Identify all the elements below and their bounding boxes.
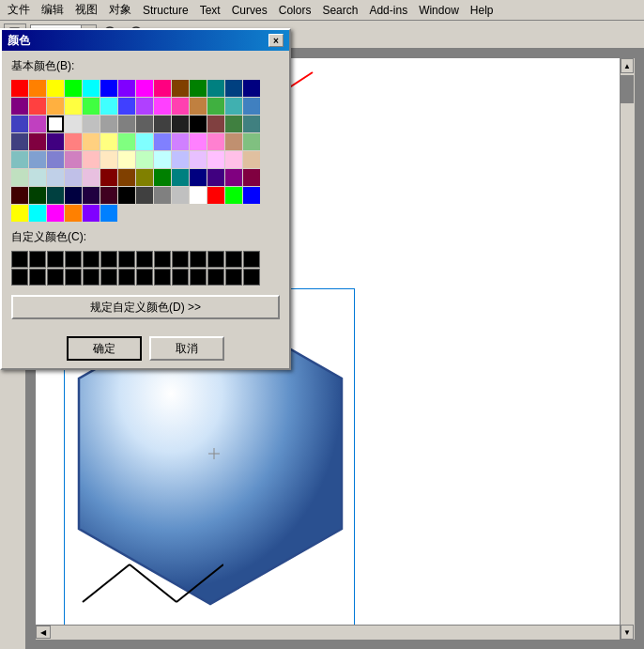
color-cell-75[interactable] <box>100 169 117 186</box>
color-cell-36[interactable] <box>154 116 171 132</box>
custom-color-cell-10[interactable] <box>190 251 207 268</box>
color-cell-76[interactable] <box>118 169 135 186</box>
color-cell-20[interactable] <box>118 98 135 115</box>
color-cell-38[interactable] <box>190 116 207 132</box>
color-cell-91[interactable] <box>136 187 153 204</box>
color-cell-31[interactable] <box>65 116 82 132</box>
custom-color-cell-2[interactable] <box>47 251 64 268</box>
custom-color-cell-18[interactable] <box>83 269 100 286</box>
color-cell-94[interactable] <box>190 187 207 204</box>
custom-color-cell-27[interactable] <box>243 269 260 286</box>
color-cell-6[interactable] <box>118 80 135 97</box>
color-cell-68[interactable] <box>225 151 242 168</box>
color-cell-21[interactable] <box>136 98 153 115</box>
color-cell-72[interactable] <box>47 169 64 186</box>
menu-window[interactable]: Window <box>413 2 465 19</box>
menu-addins[interactable]: Add-ins <box>363 2 413 19</box>
color-cell-7[interactable] <box>136 80 153 97</box>
color-cell-12[interactable] <box>225 80 242 97</box>
color-cell-103[interactable] <box>100 205 117 222</box>
color-cell-5[interactable] <box>100 80 117 97</box>
color-cell-24[interactable] <box>190 98 207 115</box>
scroll-thumb[interactable] <box>621 75 634 103</box>
color-cell-42[interactable] <box>11 133 28 150</box>
color-cell-30[interactable] <box>47 116 64 132</box>
custom-color-cell-19[interactable] <box>100 269 117 286</box>
color-cell-43[interactable] <box>29 133 46 150</box>
color-cell-53[interactable] <box>207 133 224 150</box>
color-cell-35[interactable] <box>136 116 153 132</box>
menu-file[interactable]: 文件 <box>2 0 36 20</box>
color-cell-67[interactable] <box>207 151 224 168</box>
custom-color-cell-16[interactable] <box>47 269 64 286</box>
scrollbar-horizontal[interactable]: ◀ <box>36 625 620 640</box>
color-cell-1[interactable] <box>29 80 46 97</box>
color-cell-60[interactable] <box>83 151 100 168</box>
custom-color-cell-20[interactable] <box>118 269 135 286</box>
color-cell-62[interactable] <box>118 151 135 168</box>
color-cell-78[interactable] <box>154 169 171 186</box>
custom-color-cell-9[interactable] <box>172 251 189 268</box>
custom-color-cell-4[interactable] <box>83 251 100 268</box>
custom-color-cell-6[interactable] <box>118 251 135 268</box>
ok-button[interactable]: 确定 <box>67 336 142 361</box>
color-cell-81[interactable] <box>207 169 224 186</box>
color-cell-17[interactable] <box>65 98 82 115</box>
color-cell-57[interactable] <box>29 151 46 168</box>
scroll-up-btn[interactable]: ▲ <box>621 58 634 73</box>
color-cell-48[interactable] <box>118 133 135 150</box>
color-cell-3[interactable] <box>65 80 82 97</box>
custom-color-cell-13[interactable] <box>243 251 260 268</box>
color-cell-28[interactable] <box>11 116 28 132</box>
color-cell-44[interactable] <box>47 133 64 150</box>
color-cell-4[interactable] <box>83 80 100 97</box>
color-cell-73[interactable] <box>65 169 82 186</box>
dialog-close-btn[interactable]: × <box>268 34 284 47</box>
color-cell-88[interactable] <box>83 187 100 204</box>
color-cell-37[interactable] <box>172 116 189 132</box>
custom-color-cell-24[interactable] <box>190 269 207 286</box>
color-cell-79[interactable] <box>172 169 189 186</box>
color-cell-51[interactable] <box>172 133 189 150</box>
custom-color-cell-26[interactable] <box>225 269 242 286</box>
color-cell-54[interactable] <box>225 133 242 150</box>
custom-color-cell-12[interactable] <box>225 251 242 268</box>
color-cell-32[interactable] <box>83 116 100 132</box>
color-cell-85[interactable] <box>29 187 46 204</box>
color-cell-34[interactable] <box>118 116 135 132</box>
color-cell-8[interactable] <box>154 80 171 97</box>
color-cell-99[interactable] <box>29 205 46 222</box>
color-cell-50[interactable] <box>154 133 171 150</box>
custom-color-cell-21[interactable] <box>136 269 153 286</box>
cancel-button[interactable]: 取消 <box>149 336 224 361</box>
color-cell-59[interactable] <box>65 151 82 168</box>
color-cell-71[interactable] <box>29 169 46 186</box>
define-custom-colors-btn[interactable]: 规定自定义颜色(D) >> <box>11 295 280 319</box>
color-cell-33[interactable] <box>100 116 117 132</box>
color-cell-86[interactable] <box>47 187 64 204</box>
color-cell-63[interactable] <box>136 151 153 168</box>
menu-object[interactable]: 对象 <box>103 0 137 20</box>
color-cell-22[interactable] <box>154 98 171 115</box>
custom-color-cell-11[interactable] <box>207 251 224 268</box>
color-cell-61[interactable] <box>100 151 117 168</box>
color-cell-77[interactable] <box>136 169 153 186</box>
color-cell-2[interactable] <box>47 80 64 97</box>
color-cell-40[interactable] <box>225 116 242 132</box>
color-cell-46[interactable] <box>83 133 100 150</box>
custom-color-cell-25[interactable] <box>207 269 224 286</box>
color-cell-80[interactable] <box>190 169 207 186</box>
color-cell-0[interactable] <box>11 80 28 97</box>
color-cell-47[interactable] <box>100 133 117 150</box>
color-cell-66[interactable] <box>190 151 207 168</box>
color-cell-39[interactable] <box>207 116 224 132</box>
color-cell-92[interactable] <box>154 187 171 204</box>
menu-edit[interactable]: 编辑 <box>36 0 69 20</box>
menu-text[interactable]: Text <box>194 2 226 19</box>
color-cell-70[interactable] <box>11 169 28 186</box>
color-cell-84[interactable] <box>11 187 28 204</box>
color-cell-93[interactable] <box>172 187 189 204</box>
color-cell-29[interactable] <box>29 116 46 132</box>
color-cell-82[interactable] <box>225 169 242 186</box>
color-cell-95[interactable] <box>207 187 224 204</box>
